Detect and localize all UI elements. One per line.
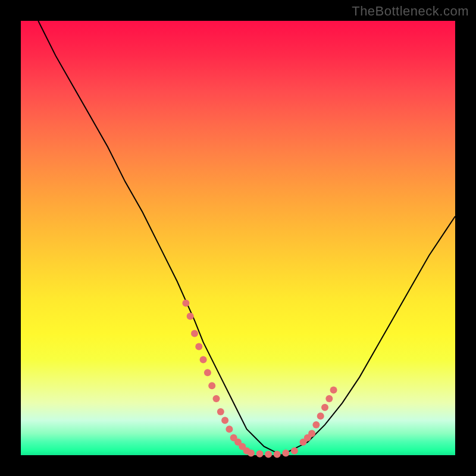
curve-dot xyxy=(312,421,320,428)
main-curve-path xyxy=(38,21,455,455)
curve-dot xyxy=(274,451,281,458)
curve-dot xyxy=(248,449,255,456)
curve-dot xyxy=(187,312,194,320)
curve-dot xyxy=(282,449,289,456)
curve-dot xyxy=(265,451,272,458)
curve-dot xyxy=(256,450,264,458)
main-curve xyxy=(38,21,455,455)
curve-dot xyxy=(330,387,337,394)
curve-dot xyxy=(195,343,202,350)
curve-dot xyxy=(182,300,189,307)
curve-dot xyxy=(191,330,198,337)
curve-dot xyxy=(226,425,233,433)
curve-dot xyxy=(321,404,328,411)
curve-dot xyxy=(204,369,211,376)
chart-plot-area xyxy=(21,21,455,455)
curve-dot xyxy=(291,447,298,455)
curve-dot xyxy=(325,395,333,402)
curve-dot xyxy=(200,356,207,363)
chart-svg xyxy=(21,21,455,455)
curve-dot xyxy=(221,417,228,424)
curve-dot xyxy=(208,382,215,389)
watermark-text: TheBottleneck.com xyxy=(352,4,469,19)
curve-dot xyxy=(213,395,220,402)
curve-dot xyxy=(217,408,224,415)
curve-dot xyxy=(317,412,324,419)
dotted-markers xyxy=(182,300,337,458)
curve-dot xyxy=(308,430,315,437)
